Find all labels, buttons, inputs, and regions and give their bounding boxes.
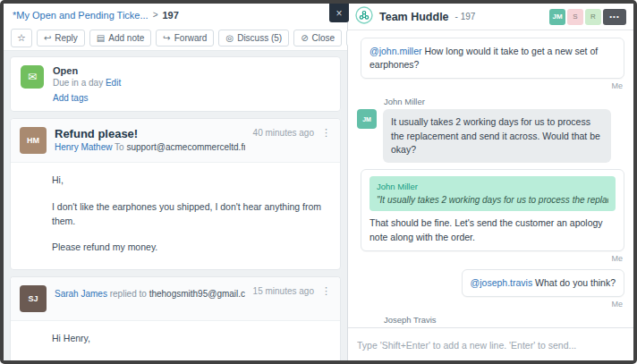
sender-link[interactable]: Sarah James <box>55 289 107 299</box>
participant-list: JM S R ••• <box>549 9 626 25</box>
add-tags-link[interactable]: Add tags <box>53 93 88 103</box>
forward-button[interactable]: ↪Forward <box>156 30 214 47</box>
huddle-icon <box>355 6 373 28</box>
star-button[interactable]: ☆ <box>11 29 32 47</box>
ticket-message-card: SJ Sarah James replied to thehogsmith95@… <box>10 276 341 360</box>
quoted-message[interactable]: John Miller "It usually takes 2 working … <box>369 176 616 211</box>
ticket-status-card: ✉ Open Due in a day Edit Add tags <box>10 56 341 112</box>
body-paragraph: Please refund my money. <box>52 241 327 255</box>
message-header: HM Refund please! Henry Mathew To suppor… <box>11 119 340 163</box>
recipient-text: support@acmecommerceltd.freshdesk.com <box>126 142 244 152</box>
forward-icon: ↪ <box>163 33 170 43</box>
chat-thread[interactable]: @john.miller How long would it take to g… <box>348 30 633 327</box>
message-header-right: 15 minutes ago ⋮ <box>253 285 331 297</box>
chat-bubble: @john.miller How long would it take to g… <box>361 38 624 79</box>
participant-avatar[interactable]: R <box>585 9 601 25</box>
sender-link[interactable]: Henry Mathew <box>55 142 112 152</box>
avatar: HM <box>20 127 47 154</box>
avatar: SJ <box>20 285 47 312</box>
chat-text: What do you think? <box>532 277 616 288</box>
chat-author: John Miller <box>384 97 425 106</box>
message-body: Hi, I don't like the earphones you shipp… <box>11 163 340 269</box>
ticket-toolbar: ☆ ↩Reply ▤Add note ↪Forward ◎Discuss (5)… <box>4 26 347 51</box>
breadcrumb-parent-link[interactable]: *My Open and Pending Ticke... <box>13 10 149 21</box>
body-paragraph: Hi Henry, <box>52 332 327 346</box>
message-kebab-button[interactable]: ⋮ <box>321 285 331 297</box>
star-icon: ☆ <box>17 32 26 44</box>
message-time: 40 minutes ago <box>253 128 314 138</box>
participant-avatar[interactable]: S <box>567 9 583 25</box>
chat-message-me: John Miller "It usually takes 2 working … <box>357 169 624 269</box>
body-paragraph: I don't like the earphones you shipped, … <box>52 200 327 229</box>
sender-meta: Me <box>611 300 623 309</box>
chat-message-other: Joseph Travis JT Sarah James @joseph.tra… <box>357 315 624 327</box>
breadcrumb-separator: > <box>153 10 158 20</box>
sender-meta: Me <box>611 81 623 90</box>
chat-text: That should be fine. Let's send the cust… <box>369 217 603 241</box>
mention-link[interactable]: @john.miller <box>369 46 422 56</box>
ticket-subject: Refund please! <box>55 127 245 140</box>
huddle-more-button[interactable]: ••• <box>603 9 626 25</box>
message-header-right: 40 minutes ago ⋮ <box>253 127 331 139</box>
chat-bubble: @joseph.travis What do you think? <box>462 269 624 297</box>
chat-message-other: John Miller JM It usually takes 2 workin… <box>357 97 624 163</box>
from-line: Sarah James replied to thehogsmith95@gma… <box>55 289 245 299</box>
relation-text: To <box>115 142 124 152</box>
chat-message-me: @joseph.travis What do you think? Me <box>357 269 624 315</box>
reply-button[interactable]: ↩Reply <box>37 30 85 47</box>
quote-author: John Miller <box>377 181 608 193</box>
message-header-main: Sarah James replied to thehogsmith95@gma… <box>55 285 245 299</box>
message-time: 15 minutes ago <box>253 286 314 296</box>
huddle-title: Team Huddle <box>379 11 449 23</box>
breadcrumb: *My Open and Pending Ticke... > 197 <box>4 4 347 26</box>
chat-bubble: John Miller "It usually takes 2 working … <box>361 169 624 251</box>
huddle-ticket-ref: - 197 <box>455 12 476 21</box>
chat-bubble: It usually takes 2 working days for us t… <box>383 109 611 163</box>
relation-text: replied to <box>110 289 147 299</box>
ticket-message-card: HM Refund please! Henry Mathew To suppor… <box>10 118 341 270</box>
message-kebab-button[interactable]: ⋮ <box>321 127 331 139</box>
add-note-button[interactable]: ▤Add note <box>89 30 152 47</box>
chat-input[interactable] <box>357 340 624 351</box>
email-status-icon: ✉ <box>21 65 44 89</box>
message-body: Hi Henry, I'm really sorry that your ear… <box>11 321 340 360</box>
ticket-panel: *My Open and Pending Ticke... > 197 ☆ ↩R… <box>4 4 348 360</box>
body-paragraph: I'm really sorry that your earphones are… <box>52 359 327 360</box>
team-huddle-panel: Team Huddle - 197 JM S R ••• @john.mille… <box>348 4 633 360</box>
status-value: Open <box>53 65 121 76</box>
breadcrumb-ticket-id: 197 <box>163 10 179 21</box>
app-window: *My Open and Pending Ticke... > 197 ☆ ↩R… <box>0 0 637 364</box>
note-icon: ▤ <box>97 33 105 43</box>
from-line: Henry Mathew To support@acmecommerceltd.… <box>55 142 245 152</box>
close-ticket-button[interactable]: ⊘Close <box>293 30 342 47</box>
due-text: Due in a day <box>53 78 103 88</box>
quote-text: "It usually takes 2 working days for us … <box>377 194 608 207</box>
ticket-scroll-area[interactable]: ✉ Open Due in a day Edit Add tags HM Ref… <box>4 51 347 360</box>
participant-avatar[interactable]: JM <box>549 9 565 25</box>
message-header-main: Refund please! Henry Mathew To support@a… <box>55 127 245 152</box>
due-line: Due in a day Edit <box>53 78 121 88</box>
mention-link[interactable]: @joseph.travis <box>471 277 533 288</box>
chat-author: Joseph Travis <box>384 315 437 325</box>
close-icon[interactable]: × <box>329 4 349 22</box>
status-details: Open Due in a day Edit Add tags <box>53 65 121 103</box>
close-circle-icon: ⊘ <box>301 33 308 43</box>
reply-icon: ↩ <box>44 33 51 43</box>
huddle-header: Team Huddle - 197 JM S R ••• <box>348 4 633 30</box>
body-paragraph: Hi, <box>52 174 327 188</box>
sender-meta: Me <box>611 254 623 263</box>
discuss-button[interactable]: ◎Discuss (5) <box>218 30 289 47</box>
discuss-icon: ◎ <box>225 33 234 43</box>
message-header: SJ Sarah James replied to thehogsmith95@… <box>11 277 340 321</box>
edit-due-link[interactable]: Edit <box>106 78 121 88</box>
recipient-text: thehogsmith95@gmail.com <box>149 289 245 299</box>
avatar: JM <box>357 109 377 129</box>
chat-composer <box>348 327 633 360</box>
chat-message-me: @john.miller How long would it take to g… <box>357 38 624 97</box>
